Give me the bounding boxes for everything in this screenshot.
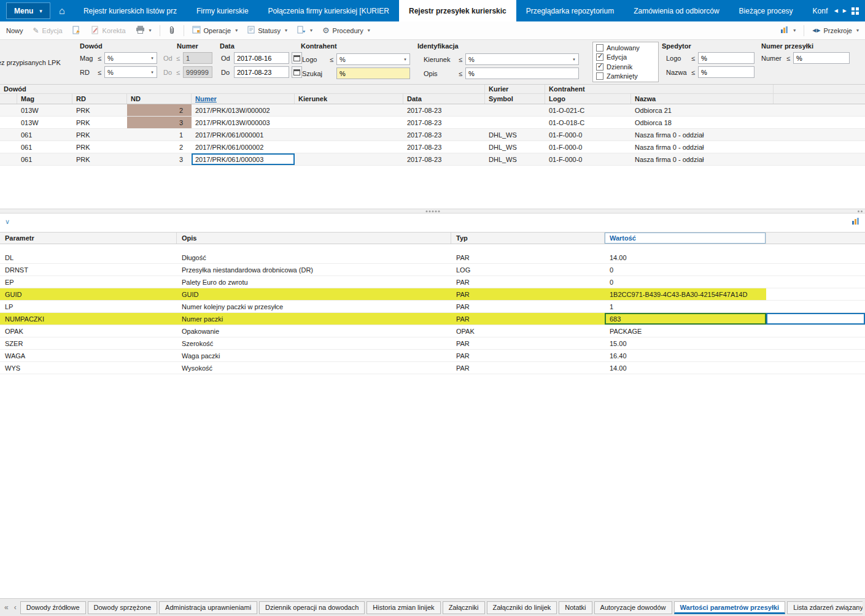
flag-edycja[interactable]: Edycja: [596, 53, 655, 61]
less-equal-operator[interactable]: ≤: [459, 70, 462, 77]
edit-document-button[interactable]: [68, 23, 85, 38]
cell-rd[interactable]: PRK: [72, 141, 127, 153]
cell-symbol[interactable]: [485, 104, 545, 116]
param-row-ep[interactable]: EP Palety Euro do zwrotu PAR 0: [0, 276, 865, 288]
cell-numer[interactable]: 2017/PRK/061/000001: [192, 129, 295, 141]
less-equal-operator[interactable]: ≤: [98, 55, 101, 62]
cell-kierunek[interactable]: [295, 129, 403, 141]
param-row-opak[interactable]: OPAK Opakowanie OPAK PACKAGE: [0, 325, 865, 337]
cell-symbol[interactable]: DHL_WS: [485, 141, 545, 153]
row-selector-cell[interactable]: [0, 104, 17, 116]
cell-nazwa[interactable]: Nasza firma 0 - oddział: [631, 153, 774, 165]
cell-mag[interactable]: 061: [17, 141, 72, 153]
statuses-dropdown[interactable]: Statusy ▾: [243, 23, 292, 37]
param-row-lp[interactable]: LP Numer kolejny paczki w przesyłce PAR …: [0, 301, 865, 313]
date-from-input[interactable]: [234, 52, 289, 64]
opis-input[interactable]: [465, 67, 579, 79]
collapse-panel-icon[interactable]: ∨: [5, 218, 10, 225]
cell-logo[interactable]: 01-F-000-0: [545, 153, 631, 165]
home-button[interactable]: ⌂: [50, 0, 74, 21]
horizontal-splitter[interactable]: [0, 209, 865, 214]
calendar-icon[interactable]: [292, 52, 302, 64]
column-header-kierunek[interactable]: Kierunek: [295, 94, 403, 104]
row-selector-cell[interactable]: [0, 141, 17, 153]
splitter-grip-icon[interactable]: [858, 210, 863, 212]
tab-przegladarka-repozytorium[interactable]: Przeglądarka repozytorium: [516, 0, 624, 21]
bottom-tab-dowody-zrodlowe[interactable]: Dowody źródłowe: [20, 601, 86, 614]
cell-numer[interactable]: 2017/PRK/013W/000003: [192, 117, 295, 128]
mag-filter-combo[interactable]: % ▾: [104, 52, 157, 64]
edit-button[interactable]: ✎ Edycja: [29, 25, 67, 37]
spedytor-nazwa-input[interactable]: [698, 66, 754, 78]
bottom-tab-dowody-sprzezone[interactable]: Dowody sprzężone: [88, 601, 158, 614]
cell-numer[interactable]: 2017/PRK/061/000002: [192, 141, 295, 153]
flag-anulowany[interactable]: Anulowany: [596, 44, 655, 52]
cell-nd[interactable]: 1: [127, 129, 192, 141]
tabs-scroll-first-icon[interactable]: «: [2, 603, 10, 612]
cell-kierunek[interactable]: [295, 141, 403, 153]
less-equal-operator[interactable]: ≤: [330, 56, 333, 63]
chart-dropdown[interactable]: ▾: [776, 23, 800, 37]
cell-mag[interactable]: 061: [17, 129, 72, 141]
cell-nazwa[interactable]: Nasza firma 0 - oddział: [631, 141, 774, 153]
cell-kierunek[interactable]: [295, 117, 403, 128]
attachments-button[interactable]: [164, 23, 180, 38]
shipment-row-5-selected[interactable]: 061 PRK 3 2017/PRK/061/000003 2017-08-23…: [0, 153, 865, 166]
cell-symbol[interactable]: DHL_WS: [485, 153, 545, 165]
cell-nd[interactable]: 3: [127, 117, 192, 128]
cell-data[interactable]: 2017-08-23: [403, 104, 485, 116]
documents-dropdown[interactable]: ▾: [293, 23, 317, 37]
menu-button[interactable]: Menu ▾: [6, 2, 50, 19]
cell-mag[interactable]: 013W: [17, 104, 72, 116]
cell-kierunek[interactable]: [295, 153, 403, 165]
selected-trailing-cell[interactable]: [766, 313, 865, 325]
kierunek-combo[interactable]: % ▾: [465, 53, 579, 65]
bottom-tab-wartosci-parametrow-przesylki[interactable]: Wartości parametrów przesyłki: [674, 601, 786, 614]
views-dropdown[interactable]: ◀▶ Przekroje ▾: [808, 25, 863, 37]
wartosc-edit-cell[interactable]: 683: [605, 313, 766, 325]
cell-data[interactable]: 2017-08-23: [403, 141, 485, 153]
shipment-row-2[interactable]: 013W PRK 3 2017/PRK/013W/000003 2017-08-…: [0, 117, 865, 129]
procedures-dropdown[interactable]: ⚙ Procedury ▾: [318, 24, 374, 37]
shipment-row-4[interactable]: 061 PRK 2 2017/PRK/061/000002 2017-08-23…: [0, 141, 865, 153]
tab-scroll-left-icon[interactable]: ◀: [834, 8, 838, 13]
column-header-data[interactable]: Data: [403, 94, 485, 104]
less-equal-operator[interactable]: ≤: [98, 69, 101, 76]
column-header-rd[interactable]: RD: [72, 94, 127, 104]
cell-nazwa[interactable]: Odbiorca 21: [631, 104, 774, 116]
column-header-wartosc[interactable]: Wartość: [605, 233, 766, 244]
date-to-input[interactable]: [234, 66, 289, 78]
kontrahent-logo-combo[interactable]: % ▾: [336, 53, 410, 65]
tab-firmy-kurierskie[interactable]: Firmy kurierskie: [187, 0, 258, 21]
cell-rd[interactable]: PRK: [72, 129, 127, 141]
param-row-wys[interactable]: WYS Wysokość PAR 14.00: [0, 362, 865, 374]
cell-nd[interactable]: 3: [127, 153, 192, 165]
row-selector-cell[interactable]: [0, 129, 17, 141]
param-row-dl[interactable]: DL Długość PAR 14.00: [0, 252, 865, 264]
cell-mag[interactable]: 013W: [17, 117, 72, 128]
cell-numer-selected[interactable]: 2017/PRK/061/000003: [192, 153, 295, 165]
rd-filter-combo[interactable]: % ▾: [104, 66, 157, 78]
flag-dziennik[interactable]: Dziennik: [596, 63, 655, 71]
splitter-grip-icon[interactable]: [425, 210, 440, 212]
cell-symbol[interactable]: [485, 117, 545, 128]
bottom-tab-administracja-uprawnieniami[interactable]: Administracja uprawnieniami: [159, 601, 257, 614]
bottom-tab-notatki[interactable]: Notatki: [559, 601, 592, 614]
shipment-row-1[interactable]: 013W PRK 2 2017/PRK/013W/000002 2017-08-…: [0, 104, 865, 117]
tabs-scroll-prev-icon[interactable]: ‹: [12, 603, 18, 612]
cell-rd[interactable]: PRK: [72, 104, 127, 116]
param-row-numpaczki-selected[interactable]: NUMPACZKI Numer paczki PAR 683: [0, 313, 865, 325]
bottom-tab-zalaczniki-do-linijek[interactable]: Załączniki do linijek: [487, 601, 557, 614]
param-row-szer[interactable]: SZER Szerokość PAR 15.00: [0, 337, 865, 350]
less-equal-operator[interactable]: ≤: [459, 56, 462, 63]
new-button[interactable]: Nowy: [2, 25, 28, 37]
cell-nazwa[interactable]: Nasza firma 0 - oddział: [631, 129, 774, 141]
column-header-symbol[interactable]: Symbol: [485, 94, 545, 104]
bottom-tab-autoryzacje-dowodow[interactable]: Autoryzacje dowodów: [594, 601, 672, 614]
column-header-nazwa[interactable]: Nazwa: [631, 94, 774, 104]
column-header-logo[interactable]: Logo: [545, 94, 631, 104]
bottom-tab-lista-zdarzen[interactable]: Lista zdarzeń związanych z: [787, 601, 863, 614]
cell-data[interactable]: 2017-08-23: [403, 117, 485, 128]
cell-kierunek[interactable]: [295, 104, 403, 116]
tab-konfiguracja[interactable]: Konfiguracja: [803, 0, 828, 21]
